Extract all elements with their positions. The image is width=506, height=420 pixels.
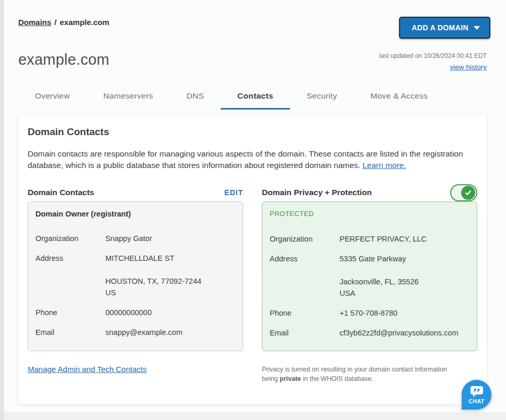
edit-contacts-link[interactable]: EDIT xyxy=(224,188,243,197)
domain-detail-page: Domains/example.com ADD A DOMAIN example… xyxy=(4,0,506,404)
domain-contacts-column: Domain Contacts EDIT Domain Owner (regis… xyxy=(28,184,243,351)
privacy-title: Domain Privacy + Protection xyxy=(262,188,372,197)
address-line1: MITCHELLDALE ST xyxy=(105,253,235,264)
add-a-domain-button[interactable]: ADD A DOMAIN xyxy=(399,17,490,39)
page-title: example.com xyxy=(18,51,110,68)
top-bar: Domains/example.com ADD A DOMAIN xyxy=(4,0,506,39)
contacts-columns: Domain Contacts EDIT Domain Owner (regis… xyxy=(28,184,477,351)
privacy-organization-row: Organization PERFECT PRIVACY, LLC xyxy=(270,233,469,245)
manage-admin-tech-contacts-link[interactable]: Manage Admin and Tech Contacts xyxy=(28,365,147,374)
privacy-note-bold: private xyxy=(280,375,301,382)
privacy-panel: PROTECTED Organization PERFECT PRIVACY, … xyxy=(262,201,477,351)
phone-label: Phone xyxy=(270,307,340,319)
organization-value: Snappy Gator xyxy=(105,233,235,244)
breadcrumb: Domains/example.com xyxy=(18,17,110,27)
breadcrumb-domains-link[interactable]: Domains xyxy=(18,18,51,27)
domain-tabs: Overview Nameservers DNS Contacts Securi… xyxy=(18,91,506,110)
registrant-panel: Domain Owner (registrant) Organization S… xyxy=(28,201,243,351)
breadcrumb-separator: / xyxy=(54,18,56,27)
manage-contacts-cell: Manage Admin and Tech Contacts xyxy=(28,365,243,374)
page-left-edge xyxy=(0,0,4,420)
privacy-toggle[interactable] xyxy=(450,184,477,201)
registrant-address-row: Address MITCHELLDALE ST HOUSTON, TX, 770… xyxy=(35,253,235,298)
address-label: Address xyxy=(35,253,105,298)
tab-move-access[interactable]: Move & Access xyxy=(354,91,444,110)
chat-label: CHAT xyxy=(468,398,484,404)
protected-status-badge: PROTECTED xyxy=(270,209,469,218)
address-line2: HOUSTON, TX, 77092-7244 xyxy=(105,275,235,287)
page-bottom-edge xyxy=(4,412,506,420)
domain-contacts-header: Domain Contacts EDIT xyxy=(28,184,243,201)
address-line3: US xyxy=(105,287,235,298)
registrant-organization-row: Organization Snappy Gator xyxy=(35,233,235,244)
view-history-link[interactable]: view history xyxy=(450,63,487,71)
title-meta: last updated on 10/26/2024 00:41 EDT vie… xyxy=(379,51,487,71)
privacy-column: Domain Privacy + Protection PROTECTED Or… xyxy=(262,184,477,351)
address-line1: 5335 Gate Parkway xyxy=(340,253,469,265)
tab-dns[interactable]: DNS xyxy=(170,91,221,110)
tab-overview[interactable]: Overview xyxy=(18,91,87,110)
domain-contacts-card: Domain Contacts Domain contacts are resp… xyxy=(18,115,487,404)
tab-contacts[interactable]: Contacts xyxy=(221,91,290,110)
registrant-panel-title: Domain Owner (registrant) xyxy=(35,209,235,218)
email-value: snappy@example.com xyxy=(105,327,235,338)
breadcrumb-current: example.com xyxy=(60,18,110,27)
address-line2: Jacksonville, FL, 35526 xyxy=(340,276,469,287)
domain-contacts-title: Domain Contacts xyxy=(28,188,94,197)
phone-label: Phone xyxy=(35,307,105,318)
privacy-note-suffix: in the WHOIS database. xyxy=(303,375,374,382)
title-row: example.com last updated on 10/26/2024 0… xyxy=(4,39,506,71)
email-label: Email xyxy=(270,327,340,339)
address-line3: USA xyxy=(340,287,469,299)
last-updated-text: last updated on 10/26/2024 00:41 EDT xyxy=(379,52,487,59)
tab-nameservers[interactable]: Nameservers xyxy=(87,91,170,110)
privacy-address-row: Address 5335 Gate Parkway Jacksonville, … xyxy=(270,253,469,299)
address-value: MITCHELLDALE ST HOUSTON, TX, 77092-7244 … xyxy=(105,253,235,298)
organization-label: Organization xyxy=(35,233,105,244)
address-label: Address xyxy=(270,253,340,299)
privacy-phone-row: Phone +1 570-708-8780 xyxy=(270,307,469,319)
toggle-check-icon xyxy=(461,186,475,200)
email-value: cf3yb62z2fd@privacysolutions.com xyxy=(340,327,469,339)
card-heading: Domain Contacts xyxy=(28,126,477,138)
chat-button[interactable]: CHAT xyxy=(462,380,491,410)
tab-security[interactable]: Security xyxy=(290,91,354,110)
email-label: Email xyxy=(35,327,105,338)
registrant-phone-row: Phone 00000000000 xyxy=(35,307,235,318)
privacy-note-cell: Privacy is turned on resulting in your d… xyxy=(262,365,477,383)
privacy-note: Privacy is turned on resulting in your d… xyxy=(262,365,477,383)
registrant-email-row: Email snappy@example.com xyxy=(35,327,235,338)
privacy-header: Domain Privacy + Protection xyxy=(262,184,477,201)
phone-value: 00000000000 xyxy=(105,307,235,318)
organization-label: Organization xyxy=(270,233,340,245)
phone-value: +1 570-708-8780 xyxy=(340,307,469,319)
privacy-email-row: Email cf3yb62z2fd@privacysolutions.com xyxy=(270,327,469,339)
add-a-domain-label: ADD A DOMAIN xyxy=(412,23,468,32)
organization-value: PERFECT PRIVACY, LLC xyxy=(340,233,469,245)
address-value: 5335 Gate Parkway Jacksonville, FL, 3552… xyxy=(340,253,469,299)
learn-more-link[interactable]: Learn more. xyxy=(363,161,406,170)
caret-down-icon xyxy=(474,26,480,30)
chat-bubble-icon xyxy=(470,385,484,398)
card-description: Domain contacts are responsible for mana… xyxy=(28,148,477,171)
card-bottom-row: Manage Admin and Tech Contacts Privacy i… xyxy=(28,365,477,383)
